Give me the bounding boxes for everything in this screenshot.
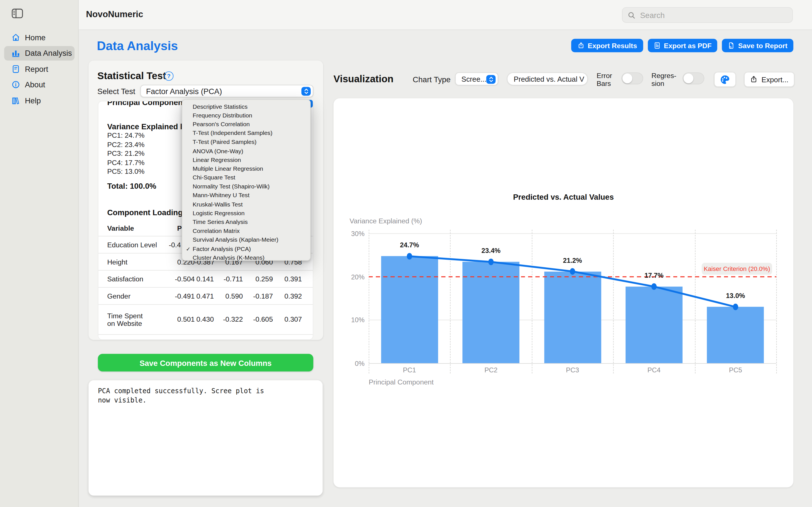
console-text: PCA completed successfully. Scree plot i… — [98, 386, 315, 404]
chart-x-axis-label: Principal Component — [369, 378, 434, 386]
data-label: 23.4% — [470, 247, 512, 255]
save-to-report-button[interactable]: Save to Report — [722, 39, 793, 52]
menu-item[interactable]: Cluster Analysis (K-Means) — [183, 253, 310, 262]
chart-type-select[interactable]: Scree... — [455, 72, 498, 86]
palette-button[interactable] — [714, 72, 736, 87]
data-label: 21.2% — [552, 256, 593, 264]
search-icon — [627, 11, 636, 19]
menu-item[interactable]: Kruskal-Wallis Test — [183, 200, 310, 209]
select-test-dropdown[interactable]: Factor Analysis (PCA) — [140, 85, 313, 97]
chevron-up-down-icon — [301, 87, 311, 96]
data-label: 24.7% — [389, 241, 430, 249]
select-test-open-menu: Descriptive StatisticsFrequency Distribu… — [182, 100, 311, 261]
sidebar-item-home[interactable]: Home — [4, 30, 75, 45]
app-title: NovoNumeric — [86, 9, 143, 20]
sidebar: HomeData AnalysisReportAboutHelp — [0, 0, 79, 507]
export-chart-label: Export... — [762, 75, 789, 83]
search-box[interactable] — [622, 7, 793, 23]
bar-chart-icon — [11, 48, 20, 58]
y-tick-label: 10% — [344, 316, 364, 324]
loadings-row: Gender-0.4910.4710.590-0.1870.392 — [98, 288, 313, 305]
help-icon[interactable]: ? — [164, 71, 173, 80]
export-chart-button[interactable]: Export... — [744, 72, 794, 87]
error-bars-toggle[interactable] — [621, 72, 643, 84]
sidebar-item-label: Report — [25, 64, 48, 73]
statistical-test-heading: Statistical Test — [97, 70, 166, 82]
app-window: HomeData AnalysisReportAboutHelp NovoNum… — [0, 0, 812, 507]
export-pdf-button[interactable]: Export as PDF — [648, 39, 717, 52]
sidebar-nav: HomeData AnalysisReportAboutHelp — [4, 30, 75, 109]
chart-title: Predicted vs. Actual Values — [334, 192, 794, 201]
sidebar-item-label: Data Analysis — [25, 49, 72, 57]
select-test-label: Select Test — [97, 87, 135, 96]
search-input[interactable] — [639, 10, 787, 20]
loadings-row: Time Spent on Website0.5010.430-0.322-0.… — [98, 305, 313, 335]
menu-item[interactable]: Chi-Square Test — [183, 173, 310, 182]
menu-item[interactable]: ANOVA (One-Way) — [183, 147, 310, 156]
y-tick-label: 30% — [344, 230, 364, 237]
menu-item[interactable]: Time Series Analysis — [183, 217, 310, 226]
menu-item[interactable]: T-Test (Paired Samples) — [183, 137, 310, 147]
menu-item[interactable]: Frequency Distribution — [183, 111, 310, 120]
menu-item[interactable]: ✓Factor Analysis (PCA) — [183, 244, 310, 253]
page-title: Data Analysis — [97, 39, 177, 53]
variance-heading: Variance Explained b — [107, 122, 185, 131]
sidebar-item-help[interactable]: Help — [4, 93, 75, 108]
comparison-select[interactable]: Predicted vs. Actual V — [507, 72, 588, 86]
regression-label: Regres-sion — [652, 72, 676, 87]
export-results-label: Export Results — [588, 42, 637, 50]
export-pdf-label: Export as PDF — [664, 42, 711, 50]
variance-total: Total: 100.0% — [107, 182, 156, 190]
data-label: 13.0% — [715, 292, 756, 300]
menu-item[interactable]: Pearson's Correlation — [183, 120, 310, 129]
sidebar-item-report[interactable]: Report — [4, 62, 75, 76]
y-tick-label: 20% — [344, 273, 364, 281]
loadings-row: Satisfaction-0.5040.141-0.7110.2590.391 — [98, 271, 313, 288]
export-results-button[interactable]: Export Results — [571, 39, 643, 52]
menu-item[interactable]: Descriptive Statistics — [183, 102, 310, 111]
sidebar-toggle-icon[interactable] — [11, 8, 24, 19]
sidebar-item-about[interactable]: About — [4, 77, 75, 92]
menu-item[interactable]: Multiple Linear Regression — [183, 164, 310, 173]
chart-type-value: Scree... — [462, 75, 487, 83]
sidebar-item-data-analysis[interactable]: Data Analysis — [4, 46, 75, 60]
menu-item[interactable]: Mann-Whitney U Test — [183, 191, 310, 200]
variance-lines: PC1: 24.7%PC2: 23.4%PC3: 21.2%PC4: 17.7%… — [107, 131, 144, 176]
sidebar-item-label: Home — [25, 33, 45, 42]
scree-line-series — [369, 228, 776, 372]
regression-toggle[interactable] — [682, 72, 704, 84]
error-bars-label: ErrorBars — [597, 72, 612, 87]
home-icon — [11, 33, 20, 42]
chart-y-axis-label: Variance Explained (%) — [350, 217, 422, 225]
sidebar-item-label: About — [25, 80, 45, 89]
chevron-up-down-icon — [486, 75, 496, 83]
share-icon — [750, 75, 758, 83]
visualization-heading: Visualization — [334, 73, 394, 85]
menu-item[interactable]: Logistic Regression — [183, 209, 310, 218]
pdf-document-icon — [654, 42, 661, 49]
palette-icon — [719, 74, 730, 85]
menu-item[interactable]: T-Test (Independent Samples) — [183, 129, 310, 138]
loadings-heading: Component Loadings — [107, 208, 187, 217]
menu-item[interactable]: Normality Test (Shapiro-Wilk) — [183, 182, 310, 191]
menu-item[interactable]: Correlation Matrix — [183, 226, 310, 235]
menu-item[interactable]: Linear Regression — [183, 155, 310, 164]
results-clipped-title: Principal Componen — [107, 101, 183, 107]
comparison-select-value: Predicted vs. Actual V — [514, 75, 584, 83]
sidebar-item-label: Help — [25, 96, 41, 105]
share-icon — [577, 42, 585, 49]
save-components-button[interactable]: Save Components as New Columns — [98, 354, 313, 371]
doc-plus-icon — [728, 42, 735, 49]
books-icon — [11, 96, 20, 105]
gridline-v — [776, 230, 777, 374]
chart-type-label: Chart Type — [413, 75, 451, 83]
info-icon — [11, 80, 20, 89]
kaiser-criterion-label: Kaiser Criterion (20.0%) — [702, 263, 772, 275]
menu-item[interactable]: Survival Analysis (Kaplan-Meier) — [183, 235, 310, 244]
y-tick-label: 0% — [344, 360, 364, 368]
save-to-report-label: Save to Report — [738, 42, 788, 50]
select-test-value: Factor Analysis (PCA) — [146, 87, 222, 96]
checkmark-icon: ✓ — [186, 245, 190, 252]
report-icon — [11, 64, 20, 73]
data-label: 17.7% — [633, 272, 675, 279]
